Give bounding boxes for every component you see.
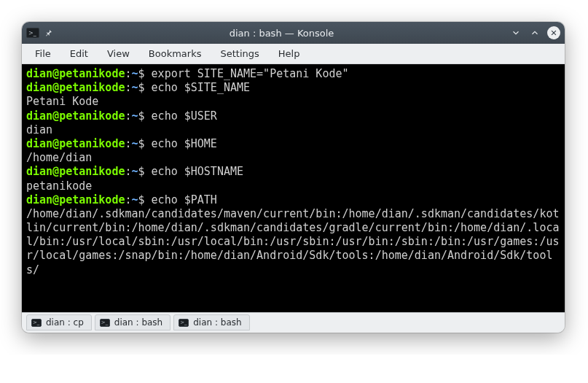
prompt-user-host: dian@petanikode xyxy=(26,137,125,150)
tab-label: dian : bash xyxy=(114,317,162,328)
minimize-button[interactable] xyxy=(509,26,522,39)
menu-help[interactable]: Help xyxy=(270,45,309,62)
prompt-path: ~ xyxy=(132,137,138,150)
konsole-window: >_ dian : bash — Konsole File Edit View … xyxy=(22,22,565,333)
prompt-dollar: $ xyxy=(138,137,152,150)
session-tab[interactable]: >_dian : bash xyxy=(95,314,170,330)
command-text: echo $PATH xyxy=(152,193,217,206)
terminal-icon: >_ xyxy=(100,319,110,327)
maximize-button[interactable] xyxy=(528,26,541,39)
command-text: echo $HOSTNAME xyxy=(152,165,243,178)
prompt-user-host: dian@petanikode xyxy=(26,81,125,94)
menu-edit[interactable]: Edit xyxy=(61,45,97,62)
prompt-path: ~ xyxy=(132,165,138,178)
prompt-user-host: dian@petanikode xyxy=(26,193,125,206)
prompt-path: ~ xyxy=(132,193,138,206)
prompt-colon: : xyxy=(125,109,131,123)
terminal-line: dian@petanikode:~$ echo $PATH xyxy=(26,193,560,207)
tab-label: dian : bash xyxy=(193,317,241,328)
menu-file[interactable]: File xyxy=(26,45,60,62)
titlebar-left: >_ xyxy=(26,28,54,38)
pin-icon[interactable] xyxy=(44,28,54,38)
menu-bookmarks[interactable]: Bookmarks xyxy=(140,45,211,62)
command-text: echo $SITE_NAME xyxy=(152,81,250,94)
prompt-user-host: dian@petanikode xyxy=(26,67,125,80)
terminal-icon: >_ xyxy=(31,319,42,327)
prompt-dollar: $ xyxy=(138,81,152,94)
terminal-line: /home/dian xyxy=(26,151,560,165)
titlebar[interactable]: >_ dian : bash — Konsole xyxy=(22,22,565,44)
command-text: export SITE_NAME="Petani Kode" xyxy=(152,67,349,80)
tab-label: dian : cp xyxy=(46,317,84,328)
prompt-colon: : xyxy=(125,193,131,206)
prompt-dollar: $ xyxy=(138,67,152,80)
prompt-colon: : xyxy=(125,165,131,178)
terminal-line: petanikode xyxy=(26,179,560,193)
output-text: /home/dian/.sdkman/candidates/maven/curr… xyxy=(26,207,560,276)
prompt-colon: : xyxy=(125,81,131,94)
menu-view[interactable]: View xyxy=(98,45,138,62)
terminal-line: /home/dian/.sdkman/candidates/maven/curr… xyxy=(26,207,560,277)
prompt-colon: : xyxy=(125,67,131,80)
terminal-line: Petani Kode xyxy=(26,95,560,109)
prompt-dollar: $ xyxy=(138,165,152,178)
prompt-dollar: $ xyxy=(138,109,152,123)
terminal-line: dian@petanikode:~$ echo $SITE_NAME xyxy=(26,81,560,95)
prompt-path: ~ xyxy=(132,109,138,123)
prompt-path: ~ xyxy=(132,67,138,80)
terminal-icon: >_ xyxy=(179,319,189,327)
output-text: dian xyxy=(26,123,52,136)
terminal-line: dian@petanikode:~$ export SITE_NAME="Pet… xyxy=(26,67,560,81)
prompt-path: ~ xyxy=(132,81,138,94)
prompt-colon: : xyxy=(125,137,131,150)
session-tab[interactable]: >_dian : bash xyxy=(173,314,249,330)
app-icon: >_ xyxy=(26,28,39,38)
terminal-line: dian xyxy=(26,123,560,137)
terminal-viewport[interactable]: dian@petanikode:~$ export SITE_NAME="Pet… xyxy=(22,64,565,312)
command-text: echo $HOME xyxy=(152,137,217,150)
prompt-user-host: dian@petanikode xyxy=(26,165,125,178)
output-text: petanikode xyxy=(26,179,92,193)
output-text: Petani Kode xyxy=(26,95,98,108)
terminal-line: dian@petanikode:~$ echo $HOSTNAME xyxy=(26,165,560,179)
session-tab[interactable]: >_dian : cp xyxy=(26,314,92,330)
terminal-line: dian@petanikode:~$ echo $HOME xyxy=(26,137,560,151)
tab-bar: >_dian : cp>_dian : bash>_dian : bash xyxy=(22,312,565,333)
command-text: echo $USER xyxy=(152,109,217,123)
close-button[interactable] xyxy=(547,26,560,39)
terminal-line: dian@petanikode:~$ echo $USER xyxy=(26,109,560,123)
prompt-dollar: $ xyxy=(138,193,152,206)
menubar: File Edit View Bookmarks Settings Help xyxy=(22,44,565,64)
prompt-user-host: dian@petanikode xyxy=(26,109,125,123)
output-text: /home/dian xyxy=(26,151,92,164)
menu-settings[interactable]: Settings xyxy=(211,45,267,62)
window-controls xyxy=(509,26,560,39)
window-title: dian : bash — Konsole xyxy=(54,28,509,39)
